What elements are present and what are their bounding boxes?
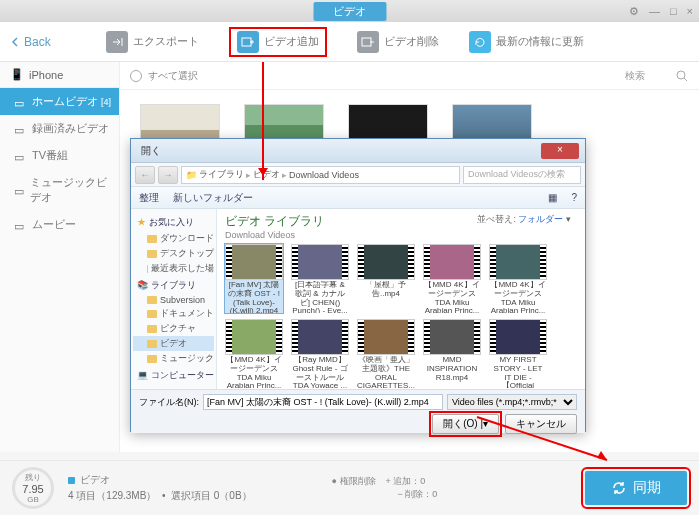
window-controls: ⚙ — □ × xyxy=(629,5,693,18)
search-icon[interactable] xyxy=(675,69,689,83)
refresh-label: 最新の情報に更新 xyxy=(496,34,584,49)
svg-rect-0 xyxy=(242,38,251,46)
sidebar-item-tv[interactable]: ▭TV番組 xyxy=(0,142,119,169)
select-all-checkbox[interactable] xyxy=(130,70,142,82)
export-label: エクスポート xyxy=(133,34,199,49)
folder-icon: 📁 xyxy=(186,170,197,180)
back-button[interactable]: Back xyxy=(10,35,51,49)
file-open-dialog: 開く × ← → 📁 ライブラリ▸ ビデオ▸ Download Videos D… xyxy=(130,138,586,432)
sb-subversion[interactable]: Subversion xyxy=(133,294,214,306)
filename-label: ファイル名(N): xyxy=(139,396,199,409)
sidebar-item-music-video[interactable]: ▭ミュージックビデオ xyxy=(0,169,119,211)
sync-icon xyxy=(611,480,627,496)
svg-point-2 xyxy=(677,71,685,79)
phone-icon: 📱 xyxy=(10,68,24,81)
sidebar-item-movie[interactable]: ▭ムービー xyxy=(0,211,119,238)
count-badge: [4] xyxy=(101,97,111,107)
help-icon[interactable]: ? xyxy=(571,192,577,203)
file-item[interactable]: MMD INSPIRATION R18.mp4 xyxy=(423,319,481,388)
view-icon[interactable]: ▦ xyxy=(548,192,557,203)
bottom-bar: 残り 7.95 GB ビデオ 4 項目（129.3MB） • 選択項目 0（0B… xyxy=(0,460,699,515)
settings-icon[interactable]: ⚙ xyxy=(629,5,639,18)
refresh-icon xyxy=(469,31,491,53)
sb-documents[interactable]: ドキュメント xyxy=(133,306,214,321)
minimize-icon[interactable]: — xyxy=(649,5,660,18)
sb-desktop[interactable]: デスクトップ xyxy=(133,246,214,261)
sidebar-item-recorded[interactable]: ▭録画済みビデオ xyxy=(0,115,119,142)
file-item[interactable]: 【MMD 4K】イージーデンス TDA Miku Arabian Princ..… xyxy=(489,244,547,313)
nav-fwd-button[interactable]: → xyxy=(158,166,178,184)
refresh-button[interactable]: 最新の情報に更新 xyxy=(469,27,584,57)
export-icon xyxy=(106,31,128,53)
maximize-icon[interactable]: □ xyxy=(670,5,677,18)
address-bar[interactable]: 📁 ライブラリ▸ ビデオ▸ Download Videos xyxy=(181,166,460,184)
file-item[interactable]: 【Ray MMD】Ghost Rule - ゴーストルール TDA Yowace… xyxy=(291,319,349,388)
dialog-title: 開く xyxy=(137,144,541,158)
cancel-button[interactable]: キャンセル xyxy=(505,414,577,434)
sb-downloads[interactable]: ダウンロード xyxy=(133,231,214,246)
file-item[interactable]: [日本語字幕 & 歌詞 & カナルビ] CHEN() Punch() - Eve… xyxy=(291,244,349,313)
close-icon[interactable]: × xyxy=(687,5,693,18)
delete-video-label: ビデオ削除 xyxy=(384,34,439,49)
file-item[interactable]: 「屋根」予告..mp4 xyxy=(357,244,415,313)
sb-video[interactable]: ビデオ xyxy=(133,336,214,351)
chevron-left-icon xyxy=(10,37,20,47)
file-item[interactable]: 【MMD 4K】イージーデンス TDA Miku Arabian Princ..… xyxy=(423,244,481,313)
titlebar-title: ビデオ xyxy=(313,2,386,21)
delete-video-button[interactable]: ビデオ削除 xyxy=(357,27,439,57)
search-label: 検索 xyxy=(625,69,645,83)
sidebar: 📱 iPhone ▭ ホームビデオ [4] ▭録画済みビデオ ▭TV番組 ▭ミュ… xyxy=(0,62,120,452)
library-subtitle: Download Videos xyxy=(225,230,577,240)
sidebar-device[interactable]: 📱 iPhone xyxy=(0,62,119,88)
sb-music[interactable]: ミュージック xyxy=(133,351,214,366)
tv-icon: ▭ xyxy=(14,151,26,161)
file-item[interactable]: [Fan MV] 太陽の末裔 OST - ! (Talk Love)-(K.wi… xyxy=(225,244,283,313)
export-button[interactable]: エクスポート xyxy=(106,27,199,57)
file-item[interactable]: MY FIRST STORY - LET IT DIE -【Official V… xyxy=(489,319,547,388)
select-all-label: すべて選択 xyxy=(148,69,198,83)
camera-icon: ▭ xyxy=(14,124,26,134)
new-folder-button[interactable]: 新しいフォルダー xyxy=(173,191,253,205)
sort-control[interactable]: 並べ替え: フォルダー ▾ xyxy=(477,213,571,226)
nav-back-button[interactable]: ← xyxy=(135,166,155,184)
storage-gauge: 残り 7.95 GB xyxy=(12,467,54,509)
dialog-search-input[interactable]: Download Videosの検索 xyxy=(463,166,581,184)
add-video-button[interactable]: ビデオ追加 xyxy=(229,27,327,57)
delete-video-icon xyxy=(357,31,379,53)
sb-recent[interactable]: 最近表示した場 xyxy=(133,261,214,276)
svg-rect-1 xyxy=(362,38,371,46)
titlebar: ビデオ ⚙ — □ × xyxy=(0,0,699,22)
video-indicator-icon xyxy=(68,477,75,484)
music-icon: ▭ xyxy=(14,185,24,195)
file-item[interactable]: 《映画「亜人」主題歌》THE ORAL CIGARETTES... xyxy=(357,319,415,388)
dialog-file-area: ビデオ ライブラリ Download Videos 並べ替え: フォルダー ▾ … xyxy=(217,209,585,389)
change-info: ● 権限削除 + 追加：0 − 削除：0 xyxy=(332,475,438,500)
back-label: Back xyxy=(24,35,51,49)
sync-button[interactable]: 同期 xyxy=(585,471,687,505)
dialog-close-button[interactable]: × xyxy=(541,143,579,159)
filename-input[interactable] xyxy=(203,394,443,410)
bottom-info: ビデオ 4 項目（129.3MB） • 選択項目 0（0B） xyxy=(68,473,252,503)
add-video-icon xyxy=(237,31,259,53)
sidebar-item-home-video[interactable]: ▭ ホームビデオ [4] xyxy=(0,88,119,115)
toolbar: Back エクスポート ビデオ追加 ビデオ削除 最新の情報に更新 xyxy=(0,22,699,62)
filetype-select[interactable]: Video files (*.mp4;*.rmvb;* xyxy=(447,394,577,410)
dialog-sidebar: ★ お気に入り ダウンロード デスクトップ 最近表示した場 📚 ライブラリ Su… xyxy=(131,209,217,389)
movie-icon: ▭ xyxy=(14,220,26,230)
organize-button[interactable]: 整理 xyxy=(139,191,159,205)
file-item[interactable]: 【MMD 4K】イージーデンス TDA Miku Arabian Princ..… xyxy=(225,319,283,388)
open-button[interactable]: 開く(O) |▾ xyxy=(432,414,499,434)
sb-pictures[interactable]: ピクチャ xyxy=(133,321,214,336)
add-video-label: ビデオ追加 xyxy=(264,34,319,49)
video-icon: ▭ xyxy=(14,97,26,107)
